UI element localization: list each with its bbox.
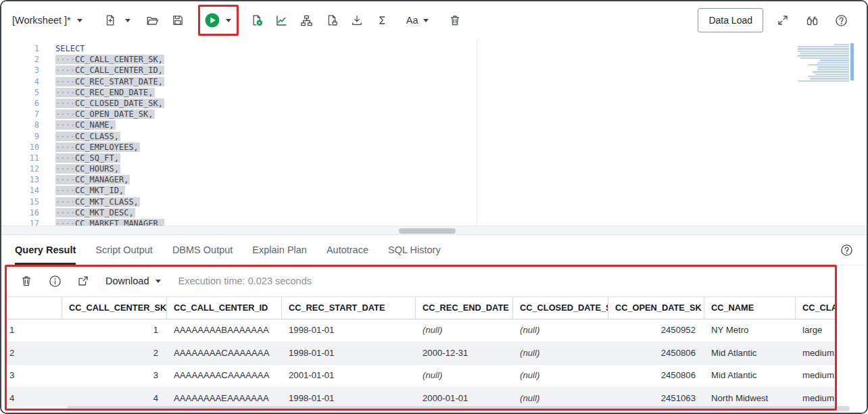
run-script-button[interactable] — [247, 9, 267, 32]
column-header-cc-open-date-sk[interactable]: CC_OPEN_DATE_SK — [608, 297, 704, 319]
grid-body: 11AAAAAAAABAAAAAAA1998-01-01(null)(null)… — [6, 319, 836, 410]
chevron-down-icon — [423, 19, 429, 22]
worksheet-title: [Worksheet ]* — [12, 15, 71, 26]
code-line[interactable]: 7····CC_OPEN_DATE_SK, — [1, 109, 867, 120]
new-worksheet-button[interactable] — [100, 9, 130, 32]
column-header-cc-name[interactable]: CC_NAME — [704, 297, 796, 319]
line-number: 12 — [1, 163, 39, 174]
result-hscrollbar-thumb[interactable] — [67, 406, 850, 411]
tab-query-result[interactable]: Query Result — [15, 235, 76, 265]
table-cell: 2450806 — [608, 365, 704, 387]
result-tabs: Query ResultScript OutputDBMS OutputExpl… — [15, 235, 460, 265]
tab-explain-plan[interactable]: Explain Plan — [252, 235, 307, 265]
line-number: 13 — [1, 174, 39, 185]
info-icon[interactable] — [45, 269, 65, 292]
download-label: Download — [105, 276, 149, 286]
code-line[interactable]: 14····CC_MKT_ID, — [1, 185, 867, 196]
line-number: 4 — [1, 76, 39, 87]
tab-autotrace[interactable]: Autotrace — [327, 235, 368, 265]
font-size-button[interactable]: Aa — [406, 15, 429, 26]
column-header-cc-rec-end-date[interactable]: CC_REC_END_DATE — [416, 297, 513, 319]
code-line[interactable]: 1SELECT — [1, 43, 867, 54]
table-cell: AAAAAAAACAAAAAAA — [167, 365, 282, 387]
minimap-slider[interactable] — [850, 43, 854, 80]
query-result-panel: Download Execution time: 0.023 seconds C… — [1, 265, 867, 414]
code-line[interactable]: 8····CC_NAME, — [1, 120, 867, 130]
table-cell: 1 — [62, 319, 167, 342]
explain-plan-icon-button[interactable] — [272, 9, 292, 32]
code-line[interactable]: 10····CC_EMPLOYEES, — [1, 142, 867, 153]
table-row[interactable]: 22AAAAAAAACAAAAAAA1998-01-012000-12-31(n… — [6, 342, 836, 365]
code-line[interactable]: 6····CC_CLOSED_DATE_SK, — [1, 98, 867, 109]
find-binoculars-icon[interactable] — [802, 9, 822, 32]
column-header-cc-closed-date-sk[interactable]: CC_CLOSED_DATE_SK — [513, 297, 608, 319]
line-number: 9 — [1, 131, 39, 142]
table-row[interactable]: 33AAAAAAAACAAAAAAA2001-01-01(null)(null)… — [6, 365, 836, 388]
worksheet-window: [Worksheet ]* — [0, 0, 868, 414]
table-row[interactable]: 11AAAAAAAABAAAAAAA1998-01-01(null)(null)… — [6, 319, 836, 342]
chevron-down-icon — [125, 19, 130, 22]
help-icon[interactable] — [840, 244, 853, 259]
run-statement-button[interactable] — [203, 9, 221, 32]
table-cell: Mid Atlantic — [704, 342, 796, 365]
code-line[interactable]: 2····CC_CALL_CENTER_SK, — [1, 54, 867, 65]
line-number: 10 — [1, 142, 39, 153]
table-cell: (null) — [513, 365, 608, 387]
line-number: 14 — [1, 185, 39, 196]
expand-icon[interactable] — [773, 9, 793, 32]
open-in-new-icon[interactable] — [73, 269, 93, 292]
line-number: 6 — [1, 98, 39, 109]
save-button[interactable] — [168, 9, 188, 32]
data-load-button[interactable]: Data Load — [698, 8, 763, 32]
open-file-button[interactable] — [143, 9, 163, 32]
sql-editor[interactable]: 1SELECT2····CC_CALL_CENTER_SK,3····CC_CA… — [1, 39, 867, 226]
clear-result-trash-icon[interactable] — [16, 269, 37, 292]
line-number: 17 — [1, 218, 39, 226]
code-line[interactable]: 13····CC_MANAGER, — [1, 174, 867, 185]
tab-script-output[interactable]: Script Output — [95, 235, 153, 265]
code-line[interactable]: 5····CC_REC_END_DATE, — [1, 87, 867, 98]
code-text: ····CC_HOURS, — [55, 163, 120, 174]
chevron-down-icon[interactable] — [226, 19, 231, 22]
code-line[interactable]: 11····CC_SQ_FT, — [1, 153, 867, 163]
clear-worksheet-button[interactable] — [445, 9, 465, 32]
code-line[interactable]: 16····CC_MKT_DESC, — [1, 207, 867, 218]
code-line[interactable]: 3····CC_CALL_CENTER_ID, — [1, 65, 867, 76]
editor-minimap[interactable] — [796, 43, 849, 82]
help-icon[interactable] — [831, 9, 851, 32]
code-text: ····CC_MKT_CLASS, — [55, 197, 140, 207]
line-number: 2 — [1, 54, 39, 65]
result-grid: CC_CALL_CENTER_SKCC_CALL_CENTER_IDCC_REC… — [6, 296, 836, 410]
column-header-cc-class[interactable]: CC_CLASS — [796, 297, 836, 319]
editor-hscrollbar-thumb[interactable] — [399, 228, 456, 234]
table-cell: 2450806 — [608, 342, 704, 365]
code-line[interactable]: 17····CC_MARKET_MANAGER, — [1, 218, 867, 226]
code-text: ····CC_MKT_ID, — [55, 185, 125, 196]
worksheet-selector[interactable]: [Worksheet ]* — [12, 15, 82, 26]
line-number: 15 — [1, 197, 39, 207]
column-header-cc-call-center-sk[interactable]: CC_CALL_CENTER_SK — [62, 297, 167, 319]
format-button[interactable] — [372, 9, 392, 32]
code-text: ····CC_CALL_CENTER_ID, — [55, 65, 164, 76]
tab-sql-history[interactable]: SQL History — [388, 235, 441, 265]
row-number-cell: 4 — [6, 388, 62, 410]
worksheet-toolbar: [Worksheet ]* — [1, 1, 867, 39]
tab-dbms-output[interactable]: DBMS Output — [172, 235, 233, 265]
code-text: ····CC_MKT_DESC, — [55, 207, 135, 218]
editor-ruler — [477, 39, 477, 226]
download-button[interactable]: Download — [105, 276, 161, 286]
code-line[interactable]: 4····CC_REC_START_DATE, — [1, 76, 867, 87]
code-line[interactable]: 9····CC_CLASS, — [1, 131, 867, 142]
column-header-cc-call-center-id[interactable]: CC_CALL_CENTER_ID — [167, 297, 282, 319]
editor-hscrollbar-track[interactable] — [1, 226, 867, 235]
code-line[interactable]: 12····CC_HOURS, — [1, 163, 867, 174]
row-number-header[interactable] — [6, 297, 62, 319]
autotrace-button[interactable] — [297, 9, 317, 32]
column-header-cc-rec-start-date[interactable]: CC_REC_START_DATE — [282, 297, 416, 319]
code-text: ····CC_NAME, — [55, 120, 116, 130]
document-lock-button[interactable] — [322, 9, 342, 32]
code-line[interactable]: 15····CC_MKT_CLASS, — [1, 197, 867, 207]
table-cell: 2001-01-01 — [282, 365, 416, 387]
download-query-button[interactable] — [347, 9, 367, 32]
code-text: ····CC_SQ_FT, — [55, 153, 120, 163]
